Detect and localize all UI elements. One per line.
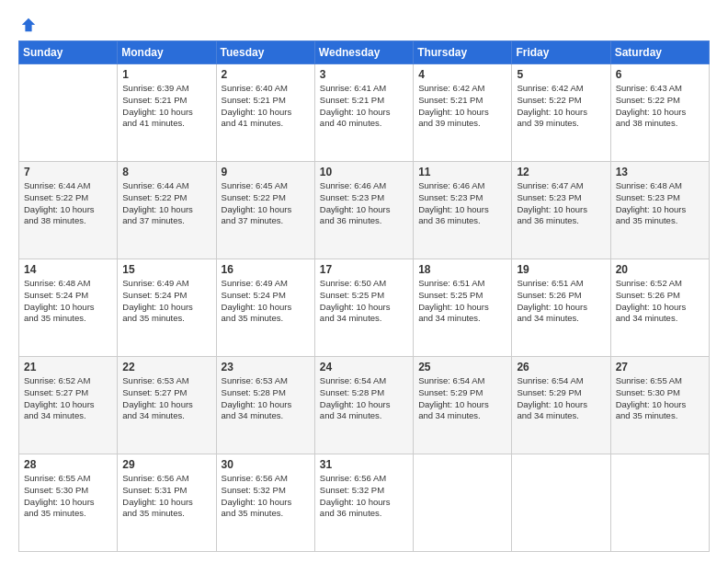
day-info: Sunrise: 6:49 AM Sunset: 5:24 PM Dayligh… bbox=[122, 278, 210, 325]
day-number: 1 bbox=[122, 68, 210, 81]
weekday-header: Wednesday bbox=[314, 41, 413, 64]
calendar-cell bbox=[512, 454, 610, 552]
calendar-body: 1Sunrise: 6:39 AM Sunset: 5:21 PM Daylig… bbox=[19, 64, 710, 552]
day-info: Sunrise: 6:47 AM Sunset: 5:23 PM Dayligh… bbox=[517, 180, 605, 227]
calendar-cell: 24Sunrise: 6:54 AM Sunset: 5:28 PM Dayli… bbox=[314, 357, 413, 454]
calendar-cell: 20Sunrise: 6:52 AM Sunset: 5:26 PM Dayli… bbox=[610, 259, 709, 357]
calendar-cell: 23Sunrise: 6:53 AM Sunset: 5:28 PM Dayli… bbox=[216, 357, 314, 454]
calendar-cell: 30Sunrise: 6:56 AM Sunset: 5:32 PM Dayli… bbox=[216, 454, 314, 552]
day-info: Sunrise: 6:45 AM Sunset: 5:22 PM Dayligh… bbox=[222, 180, 310, 227]
calendar-week-row: 21Sunrise: 6:52 AM Sunset: 5:27 PM Dayli… bbox=[19, 357, 710, 454]
day-number: 30 bbox=[222, 458, 310, 471]
day-info: Sunrise: 6:46 AM Sunset: 5:23 PM Dayligh… bbox=[320, 180, 408, 227]
calendar-cell: 18Sunrise: 6:51 AM Sunset: 5:25 PM Dayli… bbox=[414, 259, 512, 357]
calendar-cell: 2Sunrise: 6:40 AM Sunset: 5:21 PM Daylig… bbox=[216, 64, 314, 162]
day-number: 7 bbox=[24, 166, 112, 178]
calendar-cell: 17Sunrise: 6:50 AM Sunset: 5:25 PM Dayli… bbox=[314, 259, 413, 357]
svg-marker-0 bbox=[22, 18, 35, 31]
day-number: 23 bbox=[222, 361, 310, 373]
calendar-table: SundayMondayTuesdayWednesdayThursdayFrid… bbox=[18, 40, 710, 552]
day-number: 29 bbox=[122, 458, 210, 471]
calendar-cell: 13Sunrise: 6:48 AM Sunset: 5:23 PM Dayli… bbox=[610, 162, 709, 259]
day-info: Sunrise: 6:43 AM Sunset: 5:22 PM Dayligh… bbox=[616, 83, 704, 130]
calendar-week-row: 14Sunrise: 6:48 AM Sunset: 5:24 PM Dayli… bbox=[19, 259, 710, 357]
day-number: 18 bbox=[418, 263, 506, 276]
calendar-cell: 6Sunrise: 6:43 AM Sunset: 5:22 PM Daylig… bbox=[610, 64, 709, 162]
day-info: Sunrise: 6:56 AM Sunset: 5:32 PM Dayligh… bbox=[222, 473, 310, 520]
day-info: Sunrise: 6:50 AM Sunset: 5:25 PM Dayligh… bbox=[320, 278, 408, 325]
day-number: 13 bbox=[616, 166, 704, 178]
day-number: 26 bbox=[517, 361, 605, 373]
day-info: Sunrise: 6:51 AM Sunset: 5:25 PM Dayligh… bbox=[418, 278, 506, 325]
calendar-cell: 3Sunrise: 6:41 AM Sunset: 5:21 PM Daylig… bbox=[314, 64, 413, 162]
day-number: 3 bbox=[320, 68, 408, 81]
day-info: Sunrise: 6:48 AM Sunset: 5:23 PM Dayligh… bbox=[616, 180, 704, 227]
logo-icon bbox=[20, 17, 37, 33]
day-info: Sunrise: 6:56 AM Sunset: 5:32 PM Dayligh… bbox=[320, 473, 408, 520]
day-number: 21 bbox=[24, 361, 112, 373]
calendar-cell bbox=[610, 454, 709, 552]
day-info: Sunrise: 6:55 AM Sunset: 5:30 PM Dayligh… bbox=[616, 375, 704, 422]
calendar-cell: 15Sunrise: 6:49 AM Sunset: 5:24 PM Dayli… bbox=[118, 259, 216, 357]
day-number: 14 bbox=[24, 263, 112, 276]
calendar-cell: 1Sunrise: 6:39 AM Sunset: 5:21 PM Daylig… bbox=[118, 64, 216, 162]
day-number: 6 bbox=[616, 68, 704, 81]
calendar-cell: 28Sunrise: 6:55 AM Sunset: 5:30 PM Dayli… bbox=[19, 454, 118, 552]
day-info: Sunrise: 6:44 AM Sunset: 5:22 PM Dayligh… bbox=[122, 180, 210, 227]
day-number: 9 bbox=[222, 166, 310, 178]
day-info: Sunrise: 6:52 AM Sunset: 5:26 PM Dayligh… bbox=[616, 278, 704, 325]
day-info: Sunrise: 6:53 AM Sunset: 5:28 PM Dayligh… bbox=[222, 375, 310, 422]
day-number: 20 bbox=[616, 263, 704, 276]
day-info: Sunrise: 6:44 AM Sunset: 5:22 PM Dayligh… bbox=[24, 180, 112, 227]
day-number: 15 bbox=[122, 263, 210, 276]
calendar-cell: 27Sunrise: 6:55 AM Sunset: 5:30 PM Dayli… bbox=[610, 357, 709, 454]
day-number: 11 bbox=[418, 166, 506, 178]
day-number: 2 bbox=[222, 68, 310, 81]
calendar-week-row: 7Sunrise: 6:44 AM Sunset: 5:22 PM Daylig… bbox=[19, 162, 710, 259]
day-info: Sunrise: 6:40 AM Sunset: 5:21 PM Dayligh… bbox=[222, 83, 310, 130]
calendar-cell bbox=[414, 454, 512, 552]
day-info: Sunrise: 6:48 AM Sunset: 5:24 PM Dayligh… bbox=[24, 278, 112, 325]
calendar-cell: 25Sunrise: 6:54 AM Sunset: 5:29 PM Dayli… bbox=[414, 357, 512, 454]
day-number: 12 bbox=[517, 166, 605, 178]
calendar-cell: 16Sunrise: 6:49 AM Sunset: 5:24 PM Dayli… bbox=[216, 259, 314, 357]
day-number: 17 bbox=[320, 263, 408, 276]
calendar-cell: 11Sunrise: 6:46 AM Sunset: 5:23 PM Dayli… bbox=[414, 162, 512, 259]
weekday-header: Sunday bbox=[19, 41, 118, 64]
day-number: 31 bbox=[320, 458, 408, 471]
calendar-week-row: 1Sunrise: 6:39 AM Sunset: 5:21 PM Daylig… bbox=[19, 64, 710, 162]
day-info: Sunrise: 6:42 AM Sunset: 5:22 PM Dayligh… bbox=[517, 83, 605, 130]
day-number: 5 bbox=[517, 68, 605, 81]
calendar-week-row: 28Sunrise: 6:55 AM Sunset: 5:30 PM Dayli… bbox=[19, 454, 710, 552]
day-info: Sunrise: 6:54 AM Sunset: 5:29 PM Dayligh… bbox=[418, 375, 506, 422]
calendar-cell: 19Sunrise: 6:51 AM Sunset: 5:26 PM Dayli… bbox=[512, 259, 610, 357]
calendar-cell: 14Sunrise: 6:48 AM Sunset: 5:24 PM Dayli… bbox=[19, 259, 118, 357]
calendar-cell: 29Sunrise: 6:56 AM Sunset: 5:31 PM Dayli… bbox=[118, 454, 216, 552]
day-number: 16 bbox=[222, 263, 310, 276]
day-info: Sunrise: 6:54 AM Sunset: 5:29 PM Dayligh… bbox=[517, 375, 605, 422]
day-info: Sunrise: 6:42 AM Sunset: 5:21 PM Dayligh… bbox=[418, 83, 506, 130]
day-info: Sunrise: 6:54 AM Sunset: 5:28 PM Dayligh… bbox=[320, 375, 408, 422]
weekday-header: Thursday bbox=[414, 41, 512, 64]
weekday-header: Tuesday bbox=[216, 41, 314, 64]
day-number: 8 bbox=[122, 166, 210, 178]
day-number: 4 bbox=[418, 68, 506, 81]
calendar-cell: 4Sunrise: 6:42 AM Sunset: 5:21 PM Daylig… bbox=[414, 64, 512, 162]
day-number: 27 bbox=[616, 361, 704, 373]
calendar-cell: 12Sunrise: 6:47 AM Sunset: 5:23 PM Dayli… bbox=[512, 162, 610, 259]
calendar-cell: 22Sunrise: 6:53 AM Sunset: 5:27 PM Dayli… bbox=[118, 357, 216, 454]
day-info: Sunrise: 6:51 AM Sunset: 5:26 PM Dayligh… bbox=[517, 278, 605, 325]
calendar-cell: 26Sunrise: 6:54 AM Sunset: 5:29 PM Dayli… bbox=[512, 357, 610, 454]
calendar-cell bbox=[19, 64, 118, 162]
calendar-cell: 21Sunrise: 6:52 AM Sunset: 5:27 PM Dayli… bbox=[19, 357, 118, 454]
day-number: 25 bbox=[418, 361, 506, 373]
day-number: 10 bbox=[320, 166, 408, 178]
day-info: Sunrise: 6:39 AM Sunset: 5:21 PM Dayligh… bbox=[122, 83, 210, 130]
calendar-header-row: SundayMondayTuesdayWednesdayThursdayFrid… bbox=[19, 41, 710, 64]
day-info: Sunrise: 6:46 AM Sunset: 5:23 PM Dayligh… bbox=[418, 180, 506, 227]
page: SundayMondayTuesdayWednesdayThursdayFrid… bbox=[0, 0, 728, 563]
calendar-cell: 31Sunrise: 6:56 AM Sunset: 5:32 PM Dayli… bbox=[314, 454, 413, 552]
calendar-cell: 5Sunrise: 6:42 AM Sunset: 5:22 PM Daylig… bbox=[512, 64, 610, 162]
day-number: 28 bbox=[24, 458, 112, 471]
day-info: Sunrise: 6:52 AM Sunset: 5:27 PM Dayligh… bbox=[24, 375, 112, 422]
